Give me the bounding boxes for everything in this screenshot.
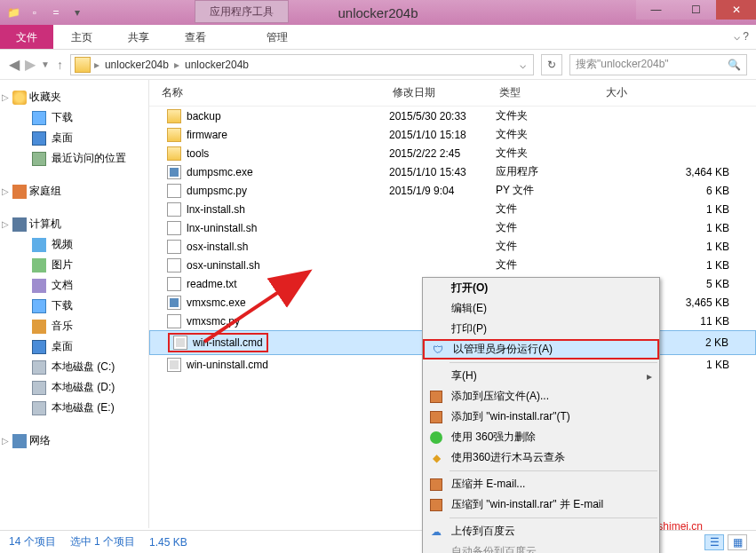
file-name: firmware: [187, 129, 227, 141]
props-icon[interactable]: ▫: [27, 4, 43, 20]
nav-desktop[interactable]: 桌面: [0, 128, 148, 148]
file-size: 3,464 KB: [602, 166, 747, 178]
ctx-auto-backup: 自动备份到百度云: [423, 541, 659, 553]
address-bar: ◀ ▶ ▼ ↑ ▸ unlocker204b ▸ unlocker204b ⌵ …: [0, 50, 756, 80]
address-dropdown[interactable]: ⌵: [516, 59, 529, 71]
search-icon: 🔍: [728, 59, 741, 71]
window-title: unlocker204b: [338, 5, 418, 20]
nav-network[interactable]: ▷ 网络: [0, 431, 148, 451]
ctx-upload-baidu[interactable]: ☁上传到百度云: [423, 521, 659, 541]
nav-downloads[interactable]: 下载: [0, 107, 148, 128]
ctx-open[interactable]: 打开(O): [423, 278, 659, 298]
ctx-360-delete[interactable]: 使用 360强力删除: [423, 427, 659, 447]
ctx-add-rar[interactable]: 添加到 "win-install.rar"(T): [423, 407, 659, 427]
nav-disk-e[interactable]: 本地磁盘 (E:): [0, 398, 148, 418]
doc-icon: [32, 279, 46, 293]
column-headers[interactable]: 名称 修改日期 类型 大小: [149, 80, 756, 107]
nav-disk-d[interactable]: 本地磁盘 (D:): [0, 377, 148, 398]
file-icon: [167, 358, 181, 372]
eq-icon[interactable]: =: [48, 4, 64, 20]
view-icons-button[interactable]: ▦: [728, 534, 747, 550]
file-type: 文件: [496, 239, 602, 254]
file-name: osx-uninstall.sh: [187, 259, 260, 272]
nav-favorites[interactable]: ▷ 收藏夹: [0, 87, 148, 107]
up-button[interactable]: ↑: [57, 58, 63, 72]
file-size: 1 KB: [602, 241, 747, 253]
file-row[interactable]: dumpsmc.py2015/1/9 9:04PY 文件6 KB: [149, 181, 756, 200]
forward-button[interactable]: ▶: [25, 56, 36, 73]
nav-music[interactable]: 音乐: [0, 316, 148, 336]
close-button[interactable]: ✕: [716, 0, 756, 20]
file-date: 2015/1/10 15:18: [389, 129, 496, 141]
ribbon-tabs: 文件 主页 共享 查看 管理 ⌵ ?: [0, 25, 756, 50]
tab-manage[interactable]: 管理: [249, 25, 306, 49]
breadcrumb-2[interactable]: unlocker204b: [179, 59, 254, 71]
tab-share[interactable]: 共享: [110, 25, 167, 49]
nav-pictures[interactable]: 图片: [0, 255, 148, 275]
ctx-share[interactable]: 享(H)▸: [423, 366, 659, 386]
nav-downloads2[interactable]: 下载: [0, 296, 148, 316]
refresh-button[interactable]: ↻: [541, 54, 562, 75]
nav-computer[interactable]: ▷ 计算机: [0, 214, 148, 234]
file-icon: [167, 128, 181, 142]
file-name: dumpsmc.py: [187, 185, 247, 197]
rar-icon: [428, 409, 444, 425]
ctx-add-archive[interactable]: 添加到压缩文件(A)...: [423, 386, 659, 407]
address-box[interactable]: ▸ unlocker204b ▸ unlocker204b ⌵: [70, 54, 534, 75]
breadcrumb-1[interactable]: unlocker204b: [99, 59, 174, 71]
ctx-compress-rar-email[interactable]: 压缩到 "win-install.rar" 并 E-mail: [423, 494, 659, 515]
file-row[interactable]: lnx-uninstall.sh文件1 KB: [149, 218, 756, 237]
back-button[interactable]: ◀: [9, 56, 20, 73]
history-dropdown[interactable]: ▼: [41, 59, 50, 69]
nav-desktop2[interactable]: 桌面: [0, 336, 148, 357]
ctx-print[interactable]: 打印(P): [423, 319, 659, 339]
file-row[interactable]: backup2015/5/30 20:33文件夹: [149, 107, 756, 125]
nav-videos[interactable]: 视频: [0, 234, 148, 255]
file-name: readme.txt: [187, 278, 237, 290]
tab-file[interactable]: 文件: [0, 25, 53, 49]
view-details-button[interactable]: ☰: [704, 534, 724, 550]
ribbon-expand-icon[interactable]: ⌵ ?: [734, 30, 749, 43]
nav-homegroup[interactable]: ▷ 家庭组: [0, 181, 148, 201]
maximize-button[interactable]: ☐: [676, 0, 716, 20]
minimize-button[interactable]: —: [636, 0, 676, 20]
nav-documents[interactable]: 文档: [0, 275, 148, 296]
rar-icon: [428, 389, 444, 405]
file-row[interactable]: tools2015/2/22 2:45文件夹: [149, 144, 756, 162]
tab-home[interactable]: 主页: [53, 25, 110, 49]
ctx-360-scan[interactable]: ◆使用360进行木马云查杀: [423, 447, 659, 468]
file-date: 2015/1/10 15:43: [389, 166, 496, 178]
rar-icon: [428, 477, 444, 493]
dd-icon[interactable]: ▾: [69, 4, 85, 20]
disk-icon: [32, 401, 46, 415]
file-date: 2015/1/9 9:04: [389, 185, 496, 197]
disk-icon: [32, 381, 46, 395]
ctx-compress-email[interactable]: 压缩并 E-mail...: [423, 474, 659, 494]
file-row[interactable]: lnx-install.sh文件1 KB: [149, 200, 756, 218]
navigation-pane: ▷ 收藏夹 下载 桌面 最近访问的位置 ▷ 家庭组 ▷ 计算机 视频 图片 文档…: [0, 80, 149, 528]
nav-disk-c[interactable]: 本地磁盘 (C:): [0, 357, 148, 377]
video-icon: [32, 238, 46, 252]
file-icon: [167, 221, 181, 235]
file-icon: [167, 184, 181, 198]
file-type: 文件夹: [496, 108, 602, 123]
file-row[interactable]: osx-uninstall.sh文件1 KB: [149, 256, 756, 274]
file-row[interactable]: osx-install.sh文件1 KB: [149, 237, 756, 256]
file-list: 名称 修改日期 类型 大小 backup2015/5/30 20:33文件夹fi…: [149, 80, 756, 528]
ctx-edit[interactable]: 编辑(E): [423, 298, 659, 319]
shield-icon: 🛡: [430, 342, 446, 358]
file-row[interactable]: dumpsmc.exe2015/1/10 15:43应用程序3,464 KB: [149, 162, 756, 181]
file-row[interactable]: firmware2015/1/10 15:18文件夹: [149, 125, 756, 144]
tab-view[interactable]: 查看: [167, 25, 224, 49]
nav-recent[interactable]: 最近访问的位置: [0, 148, 148, 169]
file-size: 1 KB: [602, 259, 747, 272]
file-name: vmxsmc.py: [187, 315, 240, 328]
ctx-run-as-admin[interactable]: 🛡以管理员身份运行(A): [423, 339, 659, 359]
file-icon: [167, 146, 181, 161]
title-bar: 📁 ▫ = ▾ 应用程序工具 unlocker204b — ☐ ✕: [0, 0, 756, 25]
star-icon: [12, 91, 27, 105]
search-input[interactable]: 搜索"unlocker204b" 🔍: [569, 54, 747, 75]
file-size: 1 KB: [602, 203, 747, 216]
network-icon: [12, 434, 27, 448]
360-icon: [428, 430, 444, 446]
